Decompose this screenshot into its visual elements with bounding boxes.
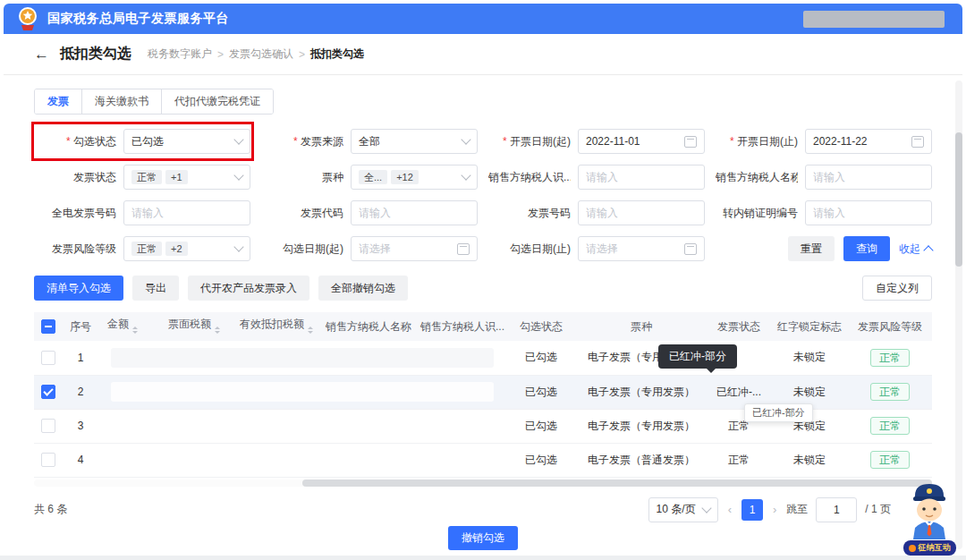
text-input-field[interactable] bbox=[586, 171, 697, 183]
select-input[interactable]: 全部 bbox=[351, 129, 478, 154]
calendar-icon bbox=[911, 136, 924, 148]
text-input-field[interactable] bbox=[359, 207, 470, 219]
select-input[interactable]: 正常+1 bbox=[123, 165, 250, 190]
filter-label: 勾选状态 bbox=[34, 134, 116, 149]
empty-cell bbox=[159, 443, 231, 477]
date-value: 2022-11-22 bbox=[813, 135, 868, 148]
jump-label: 跳至 bbox=[786, 502, 808, 517]
mascot-badge[interactable]: 征纳互动 bbox=[903, 540, 956, 556]
select-input[interactable]: 正常+2 bbox=[123, 236, 250, 261]
table-footer: 共 6 条 10 条/页 ‹ 1 › 跳至 / 1 页 bbox=[34, 497, 932, 522]
back-arrow-icon[interactable]: ← bbox=[34, 46, 49, 64]
dark-tooltip: 已红冲-部分 bbox=[658, 344, 737, 369]
empty-cell bbox=[231, 409, 317, 443]
column-label: 票种 bbox=[631, 320, 652, 333]
text-input[interactable] bbox=[578, 200, 705, 225]
row-checkbox[interactable] bbox=[41, 351, 55, 365]
select-value: 已勾选 bbox=[131, 134, 164, 149]
select-all-checkbox[interactable] bbox=[41, 319, 55, 334]
action-button-3[interactable]: 全部撤销勾选 bbox=[318, 276, 408, 301]
search-button[interactable]: 查询 bbox=[843, 236, 890, 261]
empty-cell bbox=[317, 409, 411, 443]
risk-badge: 正常 bbox=[870, 451, 910, 469]
filter-label: 发票号码 bbox=[488, 206, 571, 221]
text-input[interactable] bbox=[351, 200, 478, 225]
chevron-down-icon bbox=[701, 503, 711, 513]
total-count: 共 6 条 bbox=[34, 502, 67, 517]
filter-field-7: 销售方纳税人名称 bbox=[716, 165, 932, 190]
select-input[interactable]: 已勾选 bbox=[123, 129, 250, 154]
select-input[interactable]: 全...+12 bbox=[351, 165, 478, 190]
action-button-0[interactable]: 清单导入勾选 bbox=[34, 276, 123, 301]
row-select-cell bbox=[34, 443, 63, 477]
collapse-link[interactable]: 收起 bbox=[899, 242, 932, 257]
sort-icon[interactable] bbox=[215, 324, 220, 336]
topbar: 国家税务总局电子发票服务平台 bbox=[4, 4, 962, 34]
filter-field-2: 开票日期(起)2022-11-01 bbox=[488, 129, 705, 154]
revoke-check-button[interactable]: 撤销勾选 bbox=[448, 526, 518, 550]
row-checkbox[interactable] bbox=[41, 453, 55, 467]
doc-type-tabs: 发票海关缴款书代扣代缴完税凭证 bbox=[34, 89, 274, 115]
date-input[interactable]: 请选择 bbox=[578, 236, 705, 261]
filter-label: 发票状态 bbox=[34, 170, 116, 185]
empty-cell bbox=[231, 443, 317, 477]
sort-icon[interactable] bbox=[308, 324, 313, 336]
mascot-badge-label: 征纳互动 bbox=[919, 542, 951, 554]
select-value: 全部 bbox=[359, 134, 380, 149]
page-bottom-edge bbox=[0, 556, 966, 560]
text-input[interactable] bbox=[578, 165, 705, 190]
filter-field-4: 发票状态正常+1 bbox=[34, 165, 250, 190]
vertical-scrollbar-thumb[interactable] bbox=[955, 132, 962, 267]
mascot-character-icon bbox=[903, 480, 955, 539]
redacted-cells bbox=[98, 375, 506, 409]
text-input-field[interactable] bbox=[586, 207, 697, 219]
column-header-9: 红字锁定标志 bbox=[771, 312, 848, 341]
tab-0[interactable]: 发票 bbox=[35, 89, 82, 114]
jump-page-input[interactable] bbox=[816, 497, 857, 522]
next-page-button[interactable]: › bbox=[771, 503, 778, 516]
sort-icon[interactable] bbox=[132, 324, 138, 336]
action-button-2[interactable]: 代开农产品发票录入 bbox=[188, 276, 309, 301]
action-button-1[interactable]: 导出 bbox=[132, 276, 179, 301]
mascot-badge-icon bbox=[909, 545, 916, 552]
page-number-button[interactable]: 1 bbox=[741, 499, 763, 521]
prev-page-button[interactable]: ‹ bbox=[726, 503, 733, 516]
text-input-field[interactable] bbox=[813, 207, 924, 219]
text-input[interactable] bbox=[805, 200, 932, 225]
row-checkbox[interactable] bbox=[41, 385, 55, 399]
tab-1[interactable]: 海关缴款书 bbox=[82, 89, 162, 114]
assistant-mascot[interactable]: 征纳互动 bbox=[900, 480, 959, 556]
customize-columns-button[interactable]: 自定义列 bbox=[862, 276, 932, 301]
text-input[interactable] bbox=[805, 165, 932, 190]
date-input[interactable]: 2022-11-01 bbox=[578, 129, 705, 154]
filter-label: 开票日期(起) bbox=[488, 134, 571, 149]
reset-button[interactable]: 重置 bbox=[788, 236, 835, 261]
date-input[interactable]: 2022-11-22 bbox=[805, 129, 932, 154]
text-input[interactable] bbox=[123, 200, 250, 225]
column-header-8: 发票状态 bbox=[707, 312, 771, 341]
date-input[interactable]: 请选择 bbox=[351, 236, 478, 261]
tab-2[interactable]: 代扣代缴完税凭证 bbox=[162, 89, 273, 114]
tax-emblem-logo-icon bbox=[16, 6, 39, 31]
text-input-field[interactable] bbox=[131, 207, 242, 219]
cell-invoice-status: 正常 bbox=[707, 443, 771, 477]
tag: 正常 bbox=[131, 170, 162, 184]
chevron-down-icon bbox=[461, 134, 470, 144]
column-header-5: 销售方纳税人识... bbox=[411, 312, 506, 341]
page-size-select[interactable]: 10 条/页 bbox=[648, 497, 718, 522]
row-select-cell bbox=[34, 341, 63, 375]
filter-label: 勾选日期(止) bbox=[488, 242, 571, 257]
filter-field-9: 发票代码 bbox=[261, 200, 478, 225]
text-input-field[interactable] bbox=[813, 171, 924, 183]
column-header-3: 有效抵扣税额 bbox=[231, 312, 317, 341]
filter-label: 转内销证明编号 bbox=[716, 206, 798, 221]
row-checkbox[interactable] bbox=[41, 419, 55, 433]
horizontal-scrollbar-thumb[interactable] bbox=[302, 479, 932, 487]
column-label: 销售方纳税人名称 bbox=[326, 320, 411, 333]
filter-actions-cell: 重置 查询 收起 bbox=[716, 236, 932, 261]
redacted-block bbox=[111, 382, 494, 402]
user-info-redacted bbox=[803, 11, 945, 28]
breadcrumb-item[interactable]: 发票勾选确认 bbox=[229, 47, 293, 62]
breadcrumb-item[interactable]: 税务数字账户 bbox=[148, 47, 212, 62]
table-row: 4已勾选电子发票（普通发票）正常未锁定正常 bbox=[34, 443, 932, 477]
